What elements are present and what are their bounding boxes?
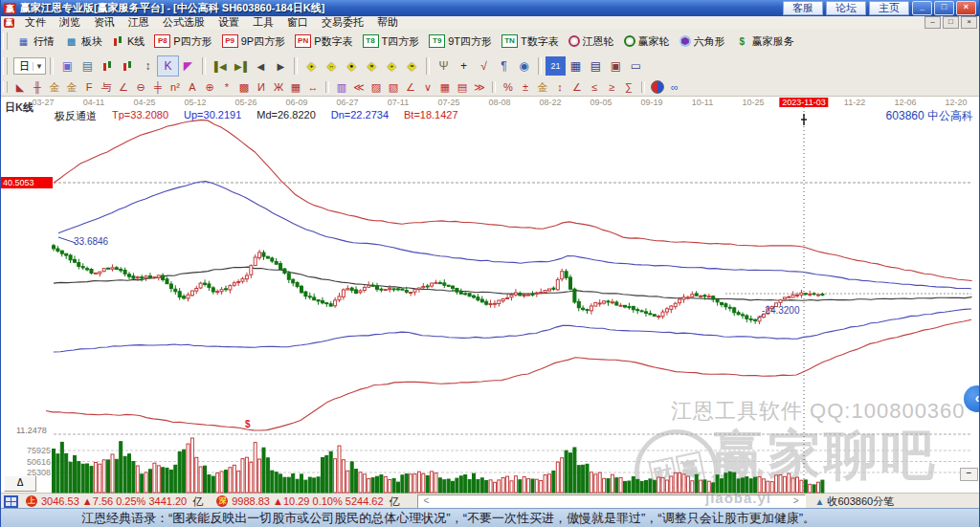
- draw-tool-icon-a5[interactable]: 与: [98, 80, 115, 95]
- home-button[interactable]: 主页: [869, 1, 909, 15]
- channel-icon[interactable]: K: [158, 56, 178, 76]
- draw-tool-icon-b2[interactable]: ▨: [368, 80, 385, 95]
- draw-tool-icon-a0[interactable]: ◣: [11, 80, 29, 95]
- draw-tool-icon-a2[interactable]: 金: [46, 80, 63, 95]
- toolbar-sectors-button[interactable]: ▩板块: [59, 31, 107, 52]
- draw-tool-icon-b0[interactable]: ▥: [333, 80, 350, 95]
- yinyang-icon[interactable]: [649, 80, 666, 95]
- minimize-button[interactable]: _: [912, 1, 932, 15]
- last-page-icon[interactable]: ▶▐: [230, 56, 250, 76]
- menu-交易委托[interactable]: 交易委托: [315, 16, 370, 28]
- mdi-close-button[interactable]: ×: [961, 16, 977, 29]
- draw-tool-icon-b4[interactable]: ∠: [402, 80, 419, 95]
- draw-tool-icon-a8[interactable]: ╪: [149, 80, 167, 95]
- draw-tool-icon-b8[interactable]: ≫: [471, 80, 488, 95]
- draw-tool-icon-c7[interactable]: ∑: [620, 80, 637, 95]
- list-icon[interactable]: ▤: [78, 56, 98, 76]
- diamond-tool-icon-2[interactable]: ◆●: [342, 56, 362, 76]
- sz-index-quote[interactable]: 9988.83 ▲10.29 0.10% 5244.62: [232, 495, 383, 507]
- draw-tool-icon-a17[interactable]: ↔: [304, 80, 322, 95]
- toolbar-p-square-button[interactable]: P8P四方形: [149, 31, 216, 52]
- hand-tool-icon[interactable]: Ψ: [434, 56, 454, 76]
- first-page-icon[interactable]: ▌◀: [210, 56, 230, 76]
- draw-tool-icon-a9[interactable]: n²: [167, 80, 184, 95]
- next-icon[interactable]: ▶: [270, 56, 290, 76]
- chart-panel[interactable]: 江恩工具软件 QQ:100800360 赢家聊吧 财 赢 03-2704-110…: [1, 96, 980, 494]
- period-select[interactable]: 日▼: [13, 57, 46, 75]
- draw-tool-icon-b1[interactable]: ≪: [350, 80, 368, 95]
- infinity-icon[interactable]: ∞: [666, 80, 683, 95]
- toolbar-t-square-button[interactable]: T8T四方形: [358, 31, 425, 52]
- toolbar-winner-wheel-button[interactable]: 赢家轮: [619, 31, 675, 52]
- draw-tool-icon-a4[interactable]: F: [80, 80, 98, 95]
- menu-公式选股[interactable]: 公式选股: [156, 16, 212, 28]
- diamond-tool-icon-5[interactable]: ◆=: [402, 56, 422, 76]
- draw-tool-icon-c3[interactable]: ↕: [551, 80, 568, 95]
- kline-canvas[interactable]: [1, 97, 980, 494]
- flag-icon[interactable]: ◤: [178, 56, 198, 76]
- scale-drop-icon[interactable]: ↕: [138, 56, 158, 76]
- toolbar-9p-square-button[interactable]: P99P四方形: [217, 31, 290, 52]
- menu-工具[interactable]: 工具: [246, 16, 280, 28]
- candle1-icon[interactable]: [98, 56, 118, 76]
- save-icon[interactable]: ▣: [606, 56, 626, 76]
- diamond-tool-icon-1[interactable]: ◆↔: [322, 56, 342, 76]
- menu-窗口[interactable]: 窗口: [280, 16, 315, 28]
- maximize-button[interactable]: □: [934, 1, 954, 15]
- draw-tool-icon-a12[interactable]: *: [218, 80, 235, 95]
- draw-tool-icon-a6[interactable]: ∠: [115, 80, 132, 95]
- menu-浏览[interactable]: 浏览: [53, 16, 87, 28]
- indicator-expand-button[interactable]: Δ: [4, 475, 36, 492]
- draw-tool-icon-b6[interactable]: ▦: [436, 80, 454, 95]
- truck-icon[interactable]: ▭: [626, 56, 646, 76]
- notebook-icon[interactable]: ▤: [586, 56, 606, 76]
- draw-tool-icon-c2[interactable]: 金: [534, 80, 551, 95]
- draw-tool-icon-a16[interactable]: ▦: [287, 80, 304, 95]
- mdi-restore-button[interactable]: □: [943, 16, 959, 29]
- wave-tool-icon[interactable]: √: [474, 56, 494, 76]
- toolbar-kline-button[interactable]: K线: [107, 31, 149, 52]
- calculator-icon[interactable]: ▦: [566, 56, 586, 76]
- sh-index-quote[interactable]: 3046.53 ▲7.56 0.25% 3441.20: [41, 495, 187, 507]
- toolbar-t-table-button[interactable]: TNT数字表: [497, 31, 564, 52]
- mdi-minimize-button[interactable]: –: [924, 16, 941, 29]
- crosshair-tool-icon[interactable]: +: [454, 56, 474, 76]
- draw-tool-icon-b3[interactable]: ▧: [385, 80, 402, 95]
- toolbar-9t-square-button[interactable]: T99T四方形: [424, 31, 497, 52]
- menu-资讯[interactable]: 资讯: [87, 16, 122, 28]
- scroll-left-icon[interactable]: <: [424, 495, 430, 507]
- menu-文件[interactable]: 文件: [18, 16, 53, 28]
- draw-tool-icon-a10[interactable]: A: [184, 80, 201, 95]
- prev-icon[interactable]: ◀: [250, 56, 270, 76]
- draw-tool-icon-b7[interactable]: ▤: [454, 80, 471, 95]
- draw-tool-icon-a1[interactable]: ╫: [29, 80, 46, 95]
- candle2-icon[interactable]: [118, 56, 138, 76]
- draw-tool-icon-a14[interactable]: И: [253, 80, 270, 95]
- draw-tool-icon-a13[interactable]: ▩: [235, 80, 253, 95]
- draw-tool-icon-c5[interactable]: ≤: [586, 80, 603, 95]
- window-icon[interactable]: ▣: [57, 56, 78, 76]
- menu-江恩[interactable]: 江恩: [122, 16, 156, 28]
- target-tool-icon[interactable]: ◉: [514, 56, 534, 76]
- draw-tool-icon-c6[interactable]: ≥: [603, 80, 620, 95]
- draw-tool-icon-b5[interactable]: ∨: [419, 80, 436, 95]
- draw-tool-icon-c1[interactable]: ±: [517, 80, 534, 95]
- scroll-right-icon[interactable]: >: [793, 495, 799, 507]
- draw-tool-icon-a7[interactable]: ⊖: [132, 80, 149, 95]
- draw-tool-icon-a15[interactable]: Ж: [270, 80, 287, 95]
- title-bar[interactable]: 赢 赢家江恩专业版[赢家服务平台] - [中公高科 SH603860-184日K…: [1, 0, 979, 16]
- zoom-out-button[interactable]: −: [960, 468, 978, 481]
- menu-设置[interactable]: 设置: [212, 16, 246, 28]
- toolbar-winner-service-button[interactable]: $赢家服务: [730, 31, 799, 52]
- diamond-tool-icon-3[interactable]: ◆×: [362, 56, 382, 76]
- draw-tool-icon-a3[interactable]: 金: [63, 80, 80, 95]
- calendar-icon[interactable]: 21: [546, 56, 566, 76]
- draw-tool-icon-a11[interactable]: ⊕: [201, 80, 218, 95]
- notes-tool-icon[interactable]: ¶: [494, 56, 514, 76]
- forum-button[interactable]: 论坛: [826, 1, 866, 15]
- diamond-tool-icon-4[interactable]: ◆÷: [382, 56, 402, 76]
- customer-service-button[interactable]: 客服: [783, 1, 823, 15]
- quote-table-icon[interactable]: [4, 495, 18, 508]
- close-button[interactable]: ×: [956, 1, 976, 15]
- toolbar-hexagon-button[interactable]: 六角形: [675, 31, 730, 52]
